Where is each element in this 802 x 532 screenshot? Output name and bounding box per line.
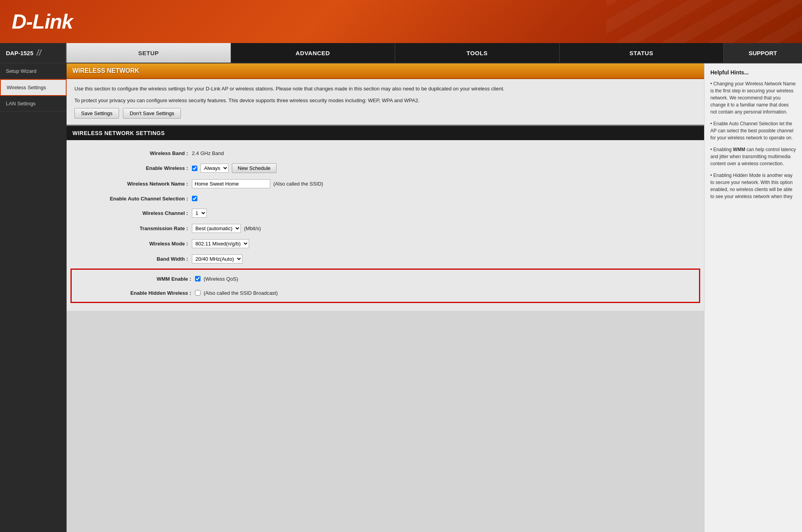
wmm-enable-row: WMM Enable : (Wireless QoS) — [72, 272, 699, 286]
hint-4: • Enabling Hidden Mode is another way to… — [710, 172, 796, 200]
enable-wireless-label: Enable Wireless : — [74, 165, 192, 171]
tab-support[interactable]: SUPPORT — [724, 43, 802, 63]
wmm-enable-value: (Wireless QoS) — [195, 276, 238, 282]
wireless-network-settings-section: WIRELESS NETWORK SETTINGS Wireless Band … — [67, 125, 704, 311]
hint-2: • Enable Auto Channel Selection let the … — [710, 120, 796, 141]
hint-1: • Changing your Wireless Network Name is… — [710, 80, 796, 115]
tab-tools[interactable]: TOOLS — [395, 43, 560, 63]
content-area: WIRELESS NETWORK Use this section to con… — [67, 63, 704, 532]
sidebar-item-setup-wizard[interactable]: Setup Wizard — [0, 63, 67, 79]
enable-hidden-wireless-checkbox[interactable] — [195, 290, 200, 296]
wireless-channel-select[interactable]: 1 — [192, 209, 207, 218]
enable-auto-channel-checkbox[interactable] — [192, 196, 197, 201]
wireless-mode-value: 802.11 Mixed(n/g/b) — [192, 239, 249, 248]
wireless-mode-row: Wireless Mode : 802.11 Mixed(n/g/b) — [67, 236, 704, 251]
wmm-enable-note: (Wireless QoS) — [204, 276, 238, 282]
logo: D-Link — [12, 10, 73, 33]
wireless-band-row: Wireless Band : 2.4 GHz Band — [67, 146, 704, 160]
nav-tabs: SETUP ADVANCED TOOLS STATUS — [67, 43, 724, 63]
wireless-network-name-label: Wireless Network Name : — [74, 181, 192, 187]
highlight-group: WMM Enable : (Wireless QoS) Enable Hidde… — [70, 269, 700, 303]
wireless-channel-value: 1 — [192, 209, 207, 218]
ssid-input[interactable] — [192, 179, 270, 188]
enable-auto-channel-label: Enable Auto Channel Selection : — [74, 196, 192, 202]
save-settings-button[interactable]: Save Settings — [74, 108, 119, 119]
wmm-enable-label: WMM Enable : — [78, 276, 195, 282]
wireless-network-settings-header: WIRELESS NETWORK SETTINGS — [67, 126, 704, 140]
enable-hidden-wireless-label: Enable Hidden Wireless : — [78, 290, 195, 296]
band-width-value: 20/40 MHz(Auto) — [192, 254, 242, 263]
tab-setup[interactable]: SETUP — [67, 43, 231, 63]
transmission-rate-label: Transmission Rate : — [74, 225, 192, 231]
enable-wireless-checkbox[interactable] — [192, 166, 197, 171]
wireless-band-value: 2.4 GHz Band — [192, 150, 224, 156]
wireless-network-name-row: Wireless Network Name : (Also called the… — [67, 176, 704, 191]
transmission-rate-row: Transmission Rate : Best (automatic) (Mb… — [67, 221, 704, 236]
hints-panel: Helpful Hints... • Changing your Wireles… — [704, 63, 802, 532]
wmm-enable-checkbox[interactable] — [195, 276, 200, 281]
hint-3: • Enabling WMM can help control latency … — [710, 146, 796, 167]
sidebar: Setup Wizard Wireless Settings LAN Setti… — [0, 63, 67, 532]
wireless-channel-label: Wireless Channel : — [74, 210, 192, 216]
band-width-row: Band Width : 20/40 MHz(Auto) — [67, 251, 704, 267]
device-label: DAP-1525 // — [0, 43, 67, 63]
sidebar-item-wireless-settings[interactable]: Wireless Settings — [0, 79, 67, 96]
info-description-2: To protect your privacy you can configur… — [74, 97, 696, 105]
enable-auto-channel-value — [192, 196, 197, 201]
sidebar-item-lan-settings[interactable]: LAN Settings — [0, 96, 67, 112]
enable-hidden-wireless-note: (Also called the SSID Broadcast) — [204, 290, 278, 296]
hints-title: Helpful Hints... — [710, 69, 796, 76]
wireless-band-text: 2.4 GHz Band — [192, 150, 224, 156]
navbar: DAP-1525 // SETUP ADVANCED TOOLS STATUS … — [0, 43, 802, 63]
wireless-network-title: WIRELESS NETWORK — [72, 67, 698, 74]
band-width-label: Band Width : — [74, 256, 192, 262]
enable-hidden-wireless-value: (Also called the SSID Broadcast) — [195, 290, 278, 296]
wireless-network-settings-title: WIRELESS NETWORK SETTINGS — [72, 130, 698, 136]
band-width-select[interactable]: 20/40 MHz(Auto) — [192, 254, 242, 263]
enable-wireless-row: Enable Wireless : Always New Schedule — [67, 160, 704, 176]
info-description-1: Use this section to configure the wirele… — [74, 85, 696, 93]
new-schedule-button[interactable]: New Schedule — [232, 163, 276, 173]
enable-auto-channel-row: Enable Auto Channel Selection : — [67, 191, 704, 206]
always-select[interactable]: Always — [200, 164, 229, 173]
wireless-mode-select[interactable]: 802.11 Mixed(n/g/b) — [192, 239, 249, 248]
ssid-note: (Also called the SSID) — [273, 181, 323, 187]
wireless-network-name-value: (Also called the SSID) — [192, 179, 323, 188]
wireless-band-label: Wireless Band : — [74, 150, 192, 156]
tab-advanced[interactable]: ADVANCED — [231, 43, 396, 63]
btn-row: Save Settings Don't Save Settings — [74, 108, 696, 119]
enable-wireless-value: Always New Schedule — [192, 163, 276, 173]
wireless-network-info: Use this section to configure the wirele… — [67, 79, 704, 125]
wireless-network-settings-body: Wireless Band : 2.4 GHz Band Enable Wire… — [67, 140, 704, 311]
wireless-channel-row: Wireless Channel : 1 — [67, 206, 704, 221]
header: D-Link — [0, 0, 802, 43]
device-slashes: // — [36, 48, 41, 58]
wireless-mode-label: Wireless Mode : — [74, 241, 192, 247]
transmission-rate-value: Best (automatic) (Mbit/s) — [192, 224, 261, 233]
main-layout: Setup Wizard Wireless Settings LAN Setti… — [0, 63, 802, 532]
enable-hidden-wireless-row: Enable Hidden Wireless : (Also called th… — [72, 286, 699, 300]
wireless-network-header: WIRELESS NETWORK — [67, 63, 704, 79]
device-name: DAP-1525 — [6, 50, 33, 56]
dont-save-settings-button[interactable]: Don't Save Settings — [123, 108, 181, 119]
transmission-rate-select[interactable]: Best (automatic) — [192, 224, 241, 233]
tab-status[interactable]: STATUS — [560, 43, 724, 63]
transmission-rate-unit: (Mbit/s) — [244, 225, 261, 231]
